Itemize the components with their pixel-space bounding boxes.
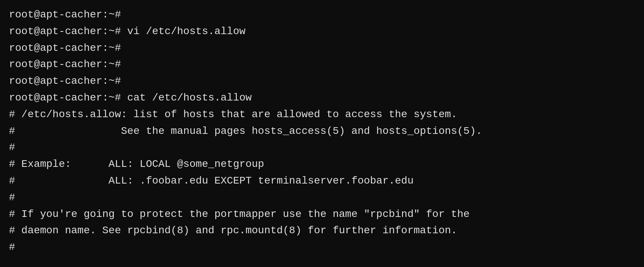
terminal-line-6: root@apt-cacher:~# cat /etc/hosts.allow xyxy=(9,90,635,106)
terminal-line-8: # See the manual pages hosts_access(5) a… xyxy=(9,123,635,140)
terminal-line-9: # xyxy=(9,139,635,156)
terminal-line-3: root@apt-cacher:~# xyxy=(9,40,635,57)
terminal-line-14: # daemon name. See rpcbind(8) and rpc.mo… xyxy=(9,222,635,239)
terminal-line-7: # /etc/hosts.allow: list of hosts that a… xyxy=(9,106,635,123)
terminal-line-11: # ALL: .foobar.edu EXCEPT terminalserver… xyxy=(9,173,635,189)
prompt-2: root@apt-cacher:~# xyxy=(9,26,127,37)
terminal-window: root@apt-cacher:~# root@apt-cacher:~# vi… xyxy=(9,7,635,260)
terminal-line-4: root@apt-cacher:~# xyxy=(9,56,635,73)
terminal-line-5: root@apt-cacher:~# xyxy=(9,73,635,90)
terminal-line-10: # Example: ALL: LOCAL @some_netgroup xyxy=(9,156,635,173)
terminal-line-13: # If you're going to protect the portmap… xyxy=(9,206,635,223)
prompt-4: root@apt-cacher:~# xyxy=(9,59,127,70)
prompt-5: root@apt-cacher:~# xyxy=(9,75,127,87)
terminal-line-1: root@apt-cacher:~# xyxy=(9,7,635,23)
command-2: vi /etc/hosts.allow xyxy=(127,26,245,37)
command-6: cat /etc/hosts.allow xyxy=(127,92,252,103)
prompt-3: root@apt-cacher:~# xyxy=(9,42,127,54)
terminal-line-12: # xyxy=(9,189,635,206)
prompt-6: root@apt-cacher:~# xyxy=(9,92,127,103)
prompt-1: root@apt-cacher:~# xyxy=(9,9,127,20)
terminal-line-2: root@apt-cacher:~# vi /etc/hosts.allow xyxy=(9,23,635,40)
terminal-line-15: # xyxy=(9,239,635,256)
